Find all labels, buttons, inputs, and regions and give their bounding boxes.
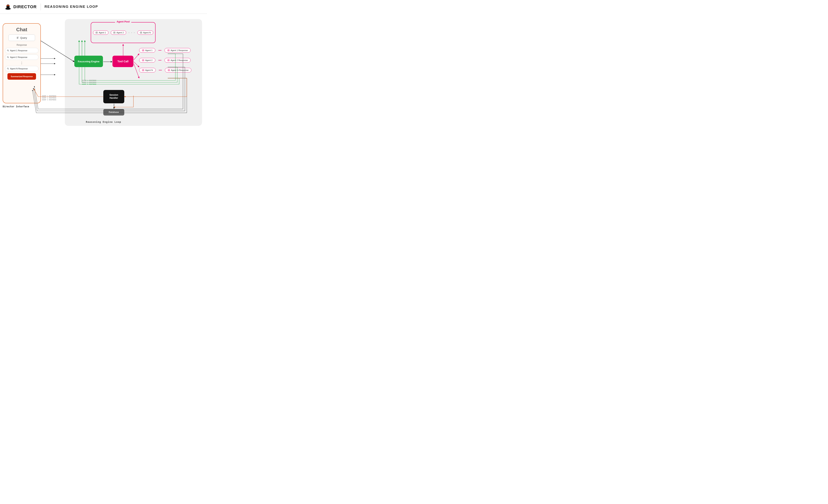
response-label: Response	[3, 44, 40, 46]
director-interface-label: Director Interface	[3, 105, 29, 108]
right-agent1-response-node: Agent 1 Response	[165, 48, 191, 53]
search-icon	[7, 68, 9, 70]
right-agent2-label: Agent 2	[145, 59, 153, 61]
agent-icon	[142, 69, 144, 71]
director-interface-panel: Chat Query Response Agent 1 Response Age…	[3, 23, 41, 103]
svg-line-12	[8, 69, 9, 70]
session-agent3-label: AGENT 3 RESPONSE	[42, 99, 56, 101]
agent-pool-box: Agent Pool Agent 1 Agent 2 - - - Agent N	[91, 22, 156, 43]
svg-point-7	[7, 50, 8, 51]
right-agent2-row: Agent 2 Agent 2 Response	[139, 58, 191, 62]
tool-call-box: Tool Call	[113, 56, 133, 67]
right-agent2-response-node: Agent 2 Response	[165, 58, 191, 62]
agent-pool-inner: Agent 1 Agent 2 - - - Agent N	[91, 23, 155, 43]
svg-rect-6	[17, 38, 18, 39]
pool-agent2-label: Agent 2	[117, 32, 124, 34]
director-logo-icon	[5, 3, 11, 10]
svg-point-9	[7, 56, 8, 57]
right-agentN-node: Agent N	[139, 68, 156, 73]
agent-icon	[167, 59, 170, 61]
pool-agentN-label: Agent N	[143, 32, 151, 34]
reasoning-engine-box: Reasoning Engine	[74, 56, 103, 67]
dots-separator: ⋮	[3, 61, 40, 65]
agent-icon	[113, 32, 116, 34]
agentN-response-arrow-label: AGENT N RESPONSE	[82, 83, 96, 85]
pool-agent1-label: Agent 1	[99, 32, 106, 34]
agent1-response-label: Agent 1 Response	[10, 49, 28, 52]
database-box: Database	[103, 109, 124, 116]
pool-agent1-pill: Agent 1	[93, 31, 109, 35]
session-agent2-label: AGENT 2 RESPONSE	[42, 97, 56, 99]
agent2-response-label: Agent 2 Response	[10, 56, 28, 58]
agent-icon	[95, 32, 98, 34]
session-handler-label: SessionHandler	[110, 94, 118, 99]
agent-pool-title: Agent Pool	[115, 20, 131, 23]
header-title: REASONING ENGINE LOOP	[45, 5, 98, 9]
agent-icon	[142, 59, 144, 61]
dash-separator: - - -	[128, 31, 135, 34]
search-icon	[7, 56, 9, 58]
query-label: Query	[20, 36, 27, 39]
chat-title: Chat	[3, 24, 40, 35]
tool-call-label: Tool Call	[117, 60, 128, 63]
bottom-label: Reasoning Engine Loop	[86, 121, 121, 123]
svg-line-10	[8, 57, 9, 58]
agent1-response-arrow-label: AGENT 1 RESPONSE	[82, 80, 96, 81]
right-agent1-row: Agent 1 Agent 1 Response	[139, 48, 191, 53]
reasoning-engine-label: Reasoning Engine	[78, 60, 99, 63]
right-agents-area: Agent 1 Agent 1 Response Agent 2 Agent 2…	[139, 48, 191, 73]
chat-agent2-response: Agent 2 Response	[5, 54, 39, 60]
right-agentN-row: Agent N Agent N Response	[139, 68, 191, 73]
pool-agent2-pill: Agent 2	[111, 31, 126, 35]
summarized-label: Summarized Response	[11, 75, 33, 78]
session-handler-box: SessionHandler	[103, 90, 124, 103]
query-box: Query	[8, 35, 35, 41]
agent-icon	[168, 69, 170, 71]
query-icon	[16, 36, 19, 39]
main-content: Chat Query Response Agent 1 Response Age…	[0, 14, 207, 126]
header: DIRECTOR REASONING ENGINE LOOP	[0, 0, 207, 14]
svg-rect-5	[17, 38, 18, 38]
summarized-response-button[interactable]: Summarized Response	[7, 73, 36, 80]
logo-text: DIRECTOR	[13, 4, 37, 9]
logo-area: DIRECTOR	[5, 3, 37, 10]
right-agentN-response-node: Agent N Response	[165, 68, 191, 73]
right-agentN-response-label: Agent N Response	[171, 69, 189, 71]
svg-rect-4	[17, 37, 19, 37]
agent1-arrow-line	[158, 50, 161, 50]
pool-agentN-pill: Agent N	[137, 31, 153, 35]
session-agent1-label: AGENT 1 RESPONSE	[42, 95, 56, 97]
svg-line-8	[8, 51, 9, 51]
right-agent1-label: Agent 1	[145, 49, 153, 51]
agentN-response-label: Agent N Response	[10, 68, 28, 70]
svg-rect-3	[7, 5, 9, 5]
svg-point-11	[7, 68, 8, 69]
right-agent1-node: Agent 1	[139, 48, 155, 53]
right-agent2-node: Agent 2	[139, 58, 155, 62]
agent2-response-arrow-label: AGENT 2 RESPONSE	[82, 82, 96, 83]
database-label: Database	[109, 111, 119, 114]
agentN-arrow-line	[159, 70, 162, 70]
right-agent2-response-label: Agent 2 Response	[171, 59, 188, 61]
chat-agent1-response: Agent 1 Response	[5, 48, 39, 53]
chat-agentN-response: Agent N Response	[5, 66, 39, 71]
right-agent1-response-label: Agent 1 Response	[171, 49, 188, 51]
agent-icon	[140, 32, 142, 34]
agent-icon	[142, 49, 144, 51]
agent2-arrow-line	[158, 60, 161, 60]
agent-icon	[167, 49, 170, 51]
right-agentN-label: Agent N	[145, 69, 153, 71]
search-icon	[7, 50, 9, 51]
